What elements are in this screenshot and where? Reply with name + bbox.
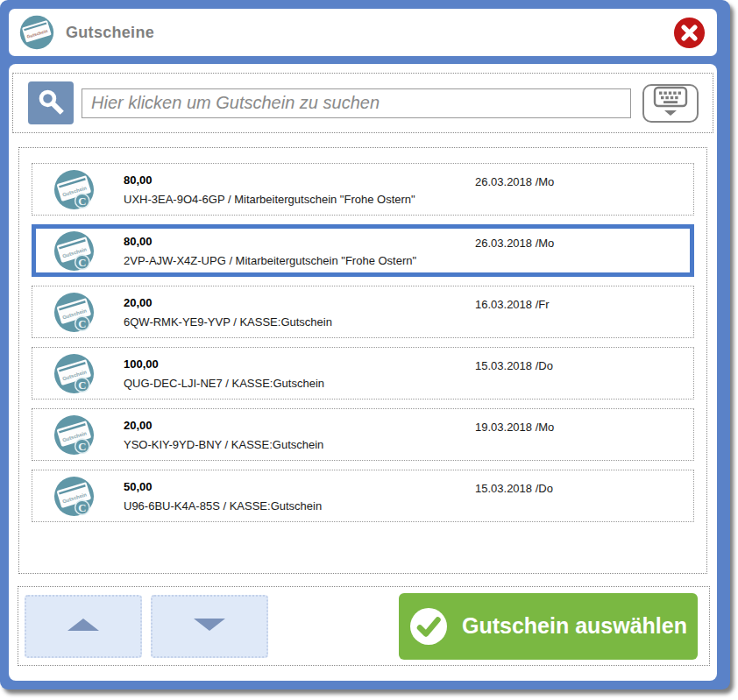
voucher-row[interactable]: Gutschein C 20,00 YSO-KIY-9YD-BNY / KASS… — [32, 408, 694, 461]
search-area — [12, 73, 713, 133]
voucher-coin-icon: Gutschein C — [53, 292, 95, 333]
magnifier-icon — [36, 87, 66, 119]
voucher-row[interactable]: Gutschein C 100,00 QUG-DEC-LJI-NE7 / KAS… — [32, 347, 694, 399]
svg-text:C: C — [78, 440, 86, 452]
voucher-text: 20,00 YSO-KIY-9YD-BNY / KASSE:Gutschein — [124, 419, 323, 451]
svg-text:C: C — [78, 378, 86, 391]
voucher-code: U96-6BU-K4A-85S / KASSE:Gutschein — [124, 499, 322, 513]
voucher-list: Gutschein C 80,00 UXH-3EA-9O4-6GP / Mita… — [18, 147, 707, 574]
voucher-date: 26.03.2018 /Mo — [475, 175, 554, 188]
voucher-code: 6QW-RMK-YE9-YVP / KASSE:Gutschein — [124, 315, 332, 329]
gutscheine-dialog: Gutschein Gutscheine — [0, 0, 730, 689]
svg-text:C: C — [78, 501, 86, 513]
voucher-row[interactable]: Gutschein C 20,00 6QW-RMK-YE9-YVP / KASS… — [32, 286, 694, 338]
voucher-coin-icon: Gutschein C — [53, 476, 95, 517]
search-input[interactable] — [82, 88, 631, 118]
voucher-date: 26.03.2018 /Mo — [475, 237, 554, 250]
voucher-date: 16.03.2018 /Fr — [475, 298, 550, 311]
svg-text:C: C — [78, 194, 86, 207]
voucher-amount: 80,00 — [124, 173, 415, 187]
arrow-up-icon — [67, 619, 99, 633]
titlebar: Gutschein Gutscheine — [9, 9, 717, 56]
select-voucher-label: Gutschein auswählen — [462, 613, 687, 639]
close-button[interactable] — [673, 17, 706, 49]
keyboard-icon — [651, 86, 690, 120]
voucher-row[interactable]: Gutschein C 80,00 UXH-3EA-9O4-6GP / Mita… — [32, 163, 694, 216]
voucher-icon: Gutschein — [19, 15, 54, 50]
voucher-code: UXH-3EA-9O4-6GP / Mitarbeitergutschein "… — [124, 193, 415, 206]
arrow-down-icon — [194, 619, 225, 633]
checkmark-icon — [409, 607, 448, 646]
voucher-coin-icon: Gutschein C — [53, 414, 95, 456]
scroll-down-button[interactable] — [151, 595, 268, 658]
voucher-row[interactable]: Gutschein C 80,00 2VP-AJW-X4Z-UPG / Mita… — [32, 224, 694, 277]
voucher-amount: 100,00 — [124, 357, 324, 371]
voucher-text: 100,00 QUG-DEC-LJI-NE7 / KASSE:Gutschein — [124, 357, 324, 390]
voucher-code: QUG-DEC-LJI-NE7 / KASSE:Gutschein — [124, 377, 324, 390]
voucher-code: YSO-KIY-9YD-BNY / KASSE:Gutschein — [124, 438, 323, 451]
voucher-amount: 20,00 — [124, 419, 323, 432]
voucher-row[interactable]: Gutschein C 50,00 U96-6BU-K4A-85S / KASS… — [32, 470, 694, 522]
voucher-text: 20,00 6QW-RMK-YE9-YVP / KASSE:Gutschein — [124, 296, 332, 329]
voucher-coin-icon: Gutschein C — [53, 353, 95, 394]
voucher-code: 2VP-AJW-X4Z-UPG / Mitarbeitergutschein "… — [124, 254, 416, 267]
keyboard-button[interactable] — [642, 84, 699, 123]
voucher-date: 15.03.2018 /Do — [475, 482, 553, 495]
voucher-amount: 80,00 — [124, 235, 416, 248]
svg-text:C: C — [78, 256, 86, 268]
voucher-date: 15.03.2018 /Do — [475, 359, 553, 372]
voucher-coin-icon: Gutschein C — [53, 230, 95, 272]
voucher-text: 80,00 2VP-AJW-X4Z-UPG / Mitarbeitergutsc… — [124, 235, 416, 267]
bottom-bar: Gutschein auswählen — [18, 586, 710, 666]
svg-text:C: C — [78, 317, 86, 329]
voucher-text: 80,00 UXH-3EA-9O4-6GP / Mitarbeitergutsc… — [124, 173, 415, 206]
close-icon — [673, 39, 706, 52]
scroll-up-button[interactable] — [25, 595, 142, 658]
voucher-date: 19.03.2018 /Mo — [475, 421, 554, 434]
search-button[interactable] — [28, 81, 74, 124]
page-title: Gutscheine — [66, 24, 154, 42]
voucher-coin-icon: Gutschein C — [53, 169, 95, 210]
voucher-amount: 20,00 — [124, 296, 332, 309]
voucher-text: 50,00 U96-6BU-K4A-85S / KASSE:Gutschein — [124, 480, 322, 513]
select-voucher-button[interactable]: Gutschein auswählen — [399, 593, 698, 660]
main-panel: Gutschein C 80,00 UXH-3EA-9O4-6GP / Mita… — [9, 64, 717, 681]
voucher-amount: 50,00 — [124, 480, 322, 493]
